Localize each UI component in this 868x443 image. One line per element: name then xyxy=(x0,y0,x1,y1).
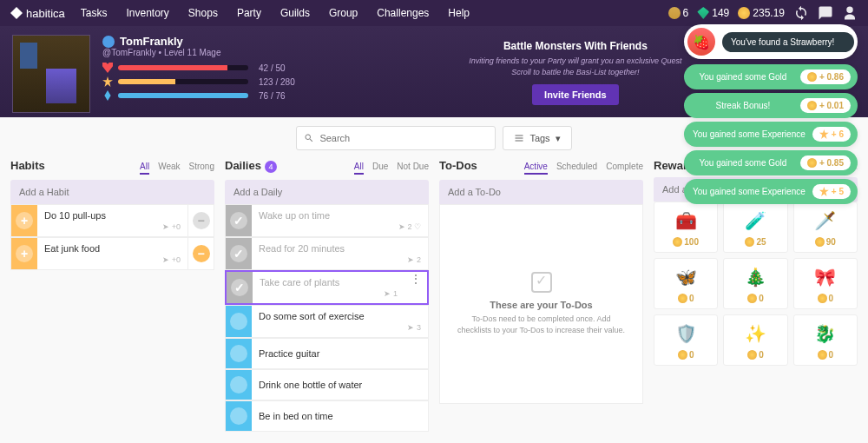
filter-weak[interactable]: Weak xyxy=(158,162,180,175)
daily-task[interactable]: ✓ Wake up on time➤ 2 ♡ xyxy=(225,204,429,237)
habit-task[interactable]: + Do 10 pull-ups➤ +0 − xyxy=(10,204,214,237)
main-nav: Tasks Inventory Shops Party Guilds Group… xyxy=(81,7,470,19)
filter-due[interactable]: Due xyxy=(372,162,388,175)
filter-scheduled[interactable]: Scheduled xyxy=(556,162,597,175)
todos-title: To-Dos xyxy=(439,159,477,172)
dailies-count: 4 xyxy=(265,161,277,173)
nav-shops[interactable]: Shops xyxy=(188,7,218,19)
nav-guilds[interactable]: Guilds xyxy=(280,7,310,19)
daily-task[interactable]: Drink one bottle of water xyxy=(225,369,429,400)
habit-task[interactable]: + Eat junk food➤ +0 − xyxy=(10,237,214,270)
add-daily[interactable]: Add a Daily xyxy=(225,180,429,204)
check-button[interactable] xyxy=(226,339,252,368)
check-button[interactable] xyxy=(226,306,252,337)
reward-toast: You gained some Gold+ 0.85 xyxy=(684,150,858,175)
nav-group[interactable]: Group xyxy=(329,7,358,19)
filter-all[interactable]: All xyxy=(140,162,149,175)
xp-label: 123 / 280 xyxy=(259,77,295,87)
reward-item[interactable]: 🐉0 xyxy=(793,314,858,366)
tags-filter[interactable]: Tags ▾ xyxy=(503,126,571,150)
add-habit[interactable]: Add a Habit xyxy=(10,180,214,204)
reward-icon: 🐉 xyxy=(812,321,838,347)
reward-item[interactable]: 🛡️0 xyxy=(654,314,718,366)
gem-count: 149 xyxy=(697,7,729,19)
reward-icon: 🧪 xyxy=(742,208,768,234)
chevron-down-icon: ▾ xyxy=(556,133,561,144)
drop-notification[interactable]: 🍓 You've found a Strawberry! xyxy=(684,24,858,59)
class-icon xyxy=(102,36,115,48)
filter-strong[interactable]: Strong xyxy=(189,162,214,175)
messages-icon[interactable] xyxy=(818,5,833,21)
reward-icon: 🎀 xyxy=(812,264,838,290)
reward-toast: Streak Bonus!+ 0.01 xyxy=(684,93,858,118)
hourglass-count: 6 xyxy=(668,7,689,19)
daily-task[interactable]: Practice guitar xyxy=(225,338,429,369)
filter-all[interactable]: All xyxy=(354,162,364,175)
invite-friends-button[interactable]: Invite Friends xyxy=(532,84,619,105)
mp-icon xyxy=(102,90,113,101)
reward-icon: 🧰 xyxy=(673,208,699,234)
nav-inventory[interactable]: Inventory xyxy=(127,7,169,19)
gold-count: 235.19 xyxy=(738,7,785,19)
todos-column: To-Dos Active Scheduled Complete Add a T… xyxy=(439,159,643,432)
hero-desc: Inviting friends to your Party will gran… xyxy=(463,56,688,77)
minus-button[interactable]: − xyxy=(187,238,214,269)
plus-button[interactable]: + xyxy=(11,205,37,236)
reward-toast: You gained some Experience+ 6 xyxy=(684,122,858,147)
task-menu-icon[interactable]: ⋮ xyxy=(404,272,427,286)
check-button[interactable]: ✓ xyxy=(226,238,252,269)
xp-icon xyxy=(102,76,113,87)
reward-item[interactable]: 🧪25 xyxy=(723,202,787,253)
search-input[interactable] xyxy=(296,126,496,150)
check-button[interactable]: ✓ xyxy=(226,205,252,236)
reward-item[interactable]: 🎄0 xyxy=(723,258,787,309)
add-todo[interactable]: Add a To-Do xyxy=(439,180,643,204)
reward-toast: You gained some Experience+ 5 xyxy=(684,179,858,204)
todos-empty-state: These are your To-Dos To-Dos need to be … xyxy=(439,204,643,404)
filter-active[interactable]: Active xyxy=(524,162,548,175)
reward-item[interactable]: ✨0 xyxy=(723,314,787,366)
nav-tasks[interactable]: Tasks xyxy=(81,7,108,19)
reward-toast: You gained some Gold+ 0.86 xyxy=(684,64,858,89)
habits-column: Habits All Weak Strong Add a Habit + Do … xyxy=(10,159,214,432)
daily-task[interactable]: ✓ Take care of plants➤ 1 ⋮ xyxy=(225,270,429,305)
dailies-title: Dailies xyxy=(225,159,261,172)
reward-icon: 🛡️ xyxy=(673,321,699,347)
daily-task[interactable]: Be in bed on time xyxy=(225,400,429,432)
hp-icon xyxy=(102,63,113,73)
logo[interactable]: habitica xyxy=(10,7,65,20)
reward-icon: 🎄 xyxy=(742,264,768,290)
mp-label: 76 / 76 xyxy=(259,91,286,101)
check-button[interactable]: ✓ xyxy=(227,272,253,303)
checkbox-icon xyxy=(531,272,552,293)
filter-complete[interactable]: Complete xyxy=(606,162,643,175)
nav-challenges[interactable]: Challenges xyxy=(377,7,429,19)
sync-icon[interactable] xyxy=(793,5,809,21)
reward-icon: 🦋 xyxy=(673,264,699,290)
check-button[interactable] xyxy=(226,401,252,431)
reward-item[interactable]: 🧰100 xyxy=(654,202,718,253)
habits-title: Habits xyxy=(10,159,45,172)
reward-item[interactable]: 🦋0 xyxy=(654,258,718,309)
daily-task[interactable]: Do some sort of exercise➤ 3 xyxy=(225,305,429,338)
filter-notdue[interactable]: Not Due xyxy=(397,162,429,175)
reward-icon: 🗡️ xyxy=(812,208,838,234)
sliders-icon xyxy=(514,133,524,143)
avatar[interactable] xyxy=(12,35,90,113)
nav-help[interactable]: Help xyxy=(448,7,470,19)
reward-icon: ✨ xyxy=(742,321,768,347)
hp-label: 42 / 50 xyxy=(259,63,286,73)
nav-party[interactable]: Party xyxy=(237,7,261,19)
search-icon xyxy=(304,133,314,143)
reward-item[interactable]: 🎀0 xyxy=(793,258,858,309)
notification-stack: 🍓 You've found a Strawberry! You gained … xyxy=(684,24,858,208)
daily-task[interactable]: ✓ Read for 20 minutes➤ 2 xyxy=(225,237,429,270)
dailies-column: Dailies4 All Due Not Due Add a Daily ✓ W… xyxy=(225,159,429,432)
user-icon[interactable] xyxy=(842,5,858,21)
minus-button[interactable]: − xyxy=(187,205,214,236)
plus-button[interactable]: + xyxy=(11,238,37,269)
username: TomFrankly xyxy=(120,35,183,48)
check-button[interactable] xyxy=(226,370,252,400)
user-subtitle: @TomFrankly • Level 11 Mage xyxy=(102,48,295,57)
reward-item[interactable]: 🗡️90 xyxy=(793,202,858,253)
